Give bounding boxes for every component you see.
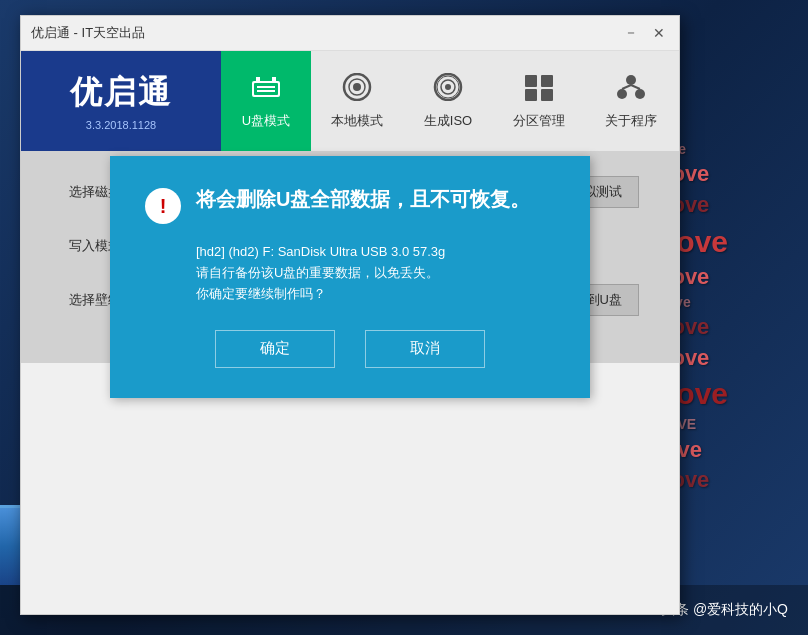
content-area: 选择磁盘 (hd2) F: SanDisk Ultra USB 3.0 57.3…	[21, 151, 679, 363]
svg-rect-5	[257, 90, 275, 92]
tab-about-label: 关于程序	[605, 112, 657, 130]
logo-text: 优启通	[70, 71, 172, 115]
svg-rect-2	[272, 77, 276, 83]
footer-text: 头条 @爱科技的小Q	[661, 601, 788, 619]
confirm-button[interactable]: 确定	[215, 330, 335, 368]
svg-point-18	[617, 89, 627, 99]
svg-line-21	[631, 85, 640, 89]
window-controls: － ✕	[621, 23, 669, 43]
main-window: 优启通 - IT天空出品 － ✕ 优启通 3.3.2018.1128	[20, 15, 680, 615]
tab-usb[interactable]: U盘模式	[221, 51, 311, 151]
svg-point-17	[626, 75, 636, 85]
close-button[interactable]: ✕	[649, 23, 669, 43]
svg-rect-15	[525, 89, 537, 101]
tab-iso-label: 生成ISO	[424, 112, 472, 130]
tab-local-label: 本地模式	[331, 112, 383, 130]
dialog-body: [hd2] (hd2) F: SanDisk Ultra USB 3.0 57.…	[145, 242, 555, 304]
title-bar: 优启通 - IT天空出品 － ✕	[21, 16, 679, 51]
dialog-warning-icon: !	[145, 188, 181, 224]
svg-rect-14	[541, 75, 553, 87]
tab-iso[interactable]: 生成ISO	[403, 51, 493, 151]
svg-rect-4	[257, 86, 275, 88]
window-title: 优启通 - IT天空出品	[31, 24, 145, 42]
svg-point-7	[353, 83, 361, 91]
usb-icon	[250, 73, 282, 106]
minimize-button[interactable]: －	[621, 23, 641, 43]
dialog-title: 将会删除U盘全部数据，且不可恢复。	[196, 186, 530, 212]
dialog-body-line1: [hd2] (hd2) F: SanDisk Ultra USB 3.0 57.…	[196, 242, 555, 263]
dialog-buttons: 确定 取消	[145, 330, 555, 368]
tab-usb-label: U盘模式	[242, 112, 290, 130]
cancel-button[interactable]: 取消	[365, 330, 485, 368]
dialog-body-line3: 你确定要继续制作吗？	[196, 284, 555, 305]
logo-area: 优启通 3.3.2018.1128	[21, 51, 221, 151]
nav-tabs: U盘模式 本地模式	[221, 51, 679, 151]
svg-point-10	[445, 84, 451, 90]
tab-local[interactable]: 本地模式	[311, 51, 403, 151]
partition-icon	[523, 73, 555, 106]
svg-rect-3	[254, 83, 278, 95]
iso-icon	[432, 73, 464, 106]
svg-rect-13	[525, 75, 537, 87]
dialog-overlay: ! 将会删除U盘全部数据，且不可恢复。 [hd2] (hd2) F: SanDi…	[21, 151, 679, 363]
nav-bar: 优启通 3.3.2018.1128 U盘模式	[21, 51, 679, 151]
logo-version: 3.3.2018.1128	[86, 119, 156, 131]
confirmation-dialog: ! 将会删除U盘全部数据，且不可恢复。 [hd2] (hd2) F: SanDi…	[110, 156, 590, 397]
svg-rect-1	[256, 77, 260, 83]
tab-about[interactable]: 关于程序	[585, 51, 677, 151]
dialog-body-line2: 请自行备份该U盘的重要数据，以免丢失。	[196, 263, 555, 284]
tab-partition-label: 分区管理	[513, 112, 565, 130]
svg-point-19	[635, 89, 645, 99]
dialog-header: ! 将会删除U盘全部数据，且不可恢复。	[145, 186, 555, 224]
tab-partition[interactable]: 分区管理	[493, 51, 585, 151]
svg-rect-16	[541, 89, 553, 101]
about-icon	[615, 73, 647, 106]
svg-line-20	[622, 85, 631, 89]
local-icon	[341, 73, 373, 106]
